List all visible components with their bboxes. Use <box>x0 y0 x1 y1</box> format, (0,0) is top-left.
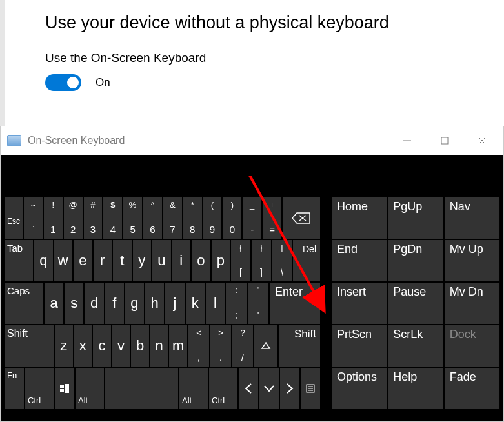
key-caps[interactable]: Caps <box>5 283 43 324</box>
key-q[interactable]: q <box>34 240 53 281</box>
key-arrow-up[interactable] <box>254 325 277 367</box>
key-5[interactable]: %5 <box>123 197 142 239</box>
key-bracket[interactable]: }] <box>252 240 271 281</box>
close-button[interactable] <box>463 126 501 155</box>
key-i[interactable]: i <box>172 240 191 281</box>
key-6[interactable]: ^6 <box>143 197 162 239</box>
page-left-edge <box>0 0 5 126</box>
key-bracket[interactable]: {[ <box>231 240 250 281</box>
key-fn[interactable]: Fn <box>5 368 24 409</box>
key-b[interactable]: b <box>131 325 149 367</box>
key-7[interactable]: &7 <box>163 197 182 239</box>
key-shift-right[interactable]: Shift <box>279 325 320 367</box>
key-arrow-left[interactable] <box>239 368 258 409</box>
svg-rect-8 <box>65 384 69 388</box>
key-mv-up[interactable]: Mv Up <box>445 240 499 281</box>
key-e[interactable]: e <box>74 240 92 281</box>
key-shift-left[interactable]: Shift <box>5 325 54 367</box>
svg-rect-9 <box>60 389 64 392</box>
key-sym[interactable]: "' <box>248 283 268 324</box>
settings-panel: Use your device without a physical keybo… <box>0 0 504 97</box>
key-m[interactable]: m <box>169 325 187 367</box>
key-w[interactable]: w <box>54 240 73 281</box>
key-sym[interactable]: ?/ <box>232 325 253 367</box>
key-r[interactable]: r <box>94 240 112 281</box>
settings-subheading: Use the On-Screen Keyboard <box>45 51 504 65</box>
key-enter[interactable]: Enter <box>270 283 320 324</box>
key-1[interactable]: !1 <box>44 197 63 239</box>
key-options[interactable]: Options <box>332 368 387 409</box>
key-insert[interactable]: Insert <box>332 283 387 324</box>
key-arrow-right[interactable] <box>280 368 299 409</box>
key-nav[interactable]: Nav <box>445 197 499 239</box>
key-sym[interactable]: :; <box>226 283 247 324</box>
key-f[interactable]: f <box>105 283 124 324</box>
key-scrlk[interactable]: ScrLk <box>388 325 443 367</box>
key-j[interactable]: j <box>165 283 184 324</box>
key-v[interactable]: v <box>112 325 130 367</box>
key-dock[interactable]: Dock <box>445 325 499 367</box>
key-esc[interactable]: Esc <box>5 197 23 239</box>
toggle-knob <box>67 77 79 88</box>
side-key-area: HomeEndInsertPrtScnOptions PgUpPgDnPause… <box>332 197 499 409</box>
key-8[interactable]: *8 <box>183 197 202 239</box>
key-0[interactable]: )0 <box>223 197 241 239</box>
key-x[interactable]: x <box>74 325 92 367</box>
key-4[interactable]: $4 <box>103 197 122 239</box>
minimize-button[interactable] <box>388 126 426 155</box>
key-o[interactable]: o <box>192 240 210 281</box>
key-ctrl-right[interactable]: Ctrl <box>209 368 237 409</box>
maximize-button[interactable] <box>426 126 463 155</box>
key-g[interactable]: g <box>125 283 144 324</box>
key-prtscn[interactable]: PrtScn <box>332 325 387 367</box>
key-alt-right[interactable]: Alt <box>179 368 208 409</box>
key-l[interactable]: l <box>206 283 225 324</box>
key-2[interactable]: @2 <box>64 197 83 239</box>
key-alt-left[interactable]: Alt <box>76 368 104 409</box>
osk-window: On-Screen Keyboard Esc~`!1@2#3$4%5^6&7*8… <box>0 126 504 422</box>
key-menu[interactable] <box>301 368 320 409</box>
key-tab[interactable]: Tab <box>5 240 33 281</box>
key-9[interactable]: (9 <box>203 197 222 239</box>
key-arrow-down[interactable] <box>259 368 279 409</box>
key-help[interactable]: Help <box>388 368 443 409</box>
key-s[interactable]: s <box>65 283 83 324</box>
key--[interactable]: _- <box>243 197 261 239</box>
osk-toggle[interactable] <box>45 74 81 91</box>
key-y[interactable]: y <box>133 240 152 281</box>
key-backspace[interactable] <box>283 197 320 239</box>
key-n[interactable]: n <box>150 325 168 367</box>
key-pgup[interactable]: PgUp <box>388 197 443 239</box>
key-t[interactable]: t <box>113 240 132 281</box>
key-home[interactable]: Home <box>332 197 387 239</box>
osk-title: On-Screen Keyboard <box>28 135 125 146</box>
key-z[interactable]: z <box>55 325 73 367</box>
key-a[interactable]: a <box>45 283 63 324</box>
main-key-area: Esc~`!1@2#3$4%5^6&7*8(9)0_-+= Tabqwertyu… <box>5 197 320 409</box>
key-mv-dn[interactable]: Mv Dn <box>445 283 499 324</box>
key-k[interactable]: k <box>186 283 205 324</box>
osk-app-icon <box>7 135 21 146</box>
key-ctrl-left[interactable]: Ctrl <box>25 368 54 409</box>
key-3[interactable]: #3 <box>84 197 103 239</box>
key-pgdn[interactable]: PgDn <box>388 240 443 281</box>
key-bracket[interactable]: |\ <box>272 240 292 281</box>
key-h[interactable]: h <box>145 283 164 324</box>
key-`[interactable]: ~` <box>24 197 43 239</box>
key-sym[interactable]: <, <box>188 325 209 367</box>
key-c[interactable]: c <box>93 325 111 367</box>
key-d[interactable]: d <box>85 283 103 324</box>
key-windows[interactable] <box>55 368 74 409</box>
key-pause[interactable]: Pause <box>388 283 443 324</box>
key-fade[interactable]: Fade <box>445 368 499 409</box>
osk-titlebar[interactable]: On-Screen Keyboard <box>1 126 503 155</box>
key-del[interactable]: Del <box>293 240 320 281</box>
key-u[interactable]: u <box>152 240 171 281</box>
key-end[interactable]: End <box>332 240 387 281</box>
key-space[interactable] <box>105 368 178 409</box>
key-p[interactable]: p <box>212 240 230 281</box>
key-sym[interactable]: >. <box>210 325 231 367</box>
key-=[interactable]: += <box>263 197 281 239</box>
osk-body: Esc~`!1@2#3$4%5^6&7*8(9)0_-+= Tabqwertyu… <box>1 155 503 421</box>
settings-heading: Use your device without a physical keybo… <box>45 13 504 33</box>
